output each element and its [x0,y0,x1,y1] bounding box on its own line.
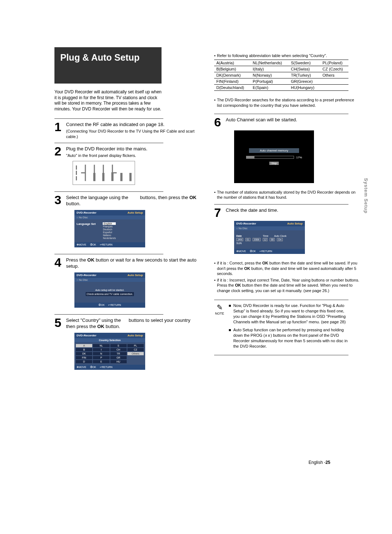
seg-text: ┆┤╽╽┟╻╻ [72,165,135,181]
date-label: Date [236,235,244,237]
ct-cell: HU(Hungary) [289,85,320,91]
bullet-correct: •if it is : Correct, press the OK button… [214,260,359,276]
step-number: 7 [214,207,223,218]
ok-label: OK [97,324,105,329]
stop-button: Stop [269,162,279,165]
cc: D [76,360,92,363]
osd-message: Auto setup will be started. [77,288,143,292]
step-number: 1 [54,122,63,139]
separator [54,254,163,254]
front-panel-display: ┆┤╽╽┟╻╻ [73,161,135,185]
ct-cell [320,85,348,91]
osd-title-right: Auto Setup [127,211,143,214]
bullet-text: •The number of stations automatically st… [214,190,359,200]
osd-language: DVD-RecorderAuto Setup ○ No Disc Languag… [74,210,145,247]
step-text [122,317,129,323]
ct-cell: B(Belgium) [214,66,250,72]
ct-cell: TR(Turkey) [289,72,320,78]
step-6: 6 Auto Channel scan will be started. [214,117,359,128]
cc: E [93,360,109,363]
osd-option: Nederlands [103,237,116,239]
ct-cell: GR(Greece) [289,78,320,85]
note-icon: ✎NOTE [214,303,225,352]
osd-title: DVD-Recorder [236,222,256,225]
intro-text: Your DVD Recorder will automatically set… [54,89,163,112]
separator [54,314,163,315]
osd-title-right: Auto Setup [127,274,143,277]
left-column: Plug & Auto Setup Your DVD Recorder will… [54,47,200,370]
autoclock-label: Auto Clock [274,235,286,237]
ct-cell: CZ (Czech) [320,66,348,72]
note-item: ■Now, DVD Recorder is ready for use. Fun… [229,303,348,324]
step-text: Connect the RF cable as indicated on pag… [66,122,164,127]
updown-icon: ∧∨ [265,333,270,337]
osd-foot-item: ↩RETURN [100,243,113,246]
step-7: 7 Check the date and time. [214,207,359,218]
ct-cell: CH(Swiss) [289,66,320,72]
osd-title: DVD-Recorder [77,274,97,277]
step-text: Select "Country" using the [66,317,121,323]
step-number: 6 [214,117,223,128]
osd-option: Italiano [103,234,116,236]
ct-cell: D(Deutschland) [214,85,250,91]
scan-header: Auto channel memory [249,148,299,153]
step-text: Check the date and time. [226,207,278,213]
osd-country: DVD-RecorderAuto Setup Country Selection… [74,333,145,370]
bullet-text: •The DVD Recorder searches for the stati… [214,97,359,108]
step-text: buttons, then press the [140,195,189,200]
ct-cell: DK(Denmark) [214,72,250,78]
country-abbrev-table: A(Austria)NL(Netherlands)S(Sweden)PL(Pol… [214,60,348,91]
osd-label: Language Set [77,222,95,226]
time-label: Time [263,235,268,237]
ct-cell: A(Austria) [214,60,250,66]
ct-cell: I(Italy) [250,66,289,72]
cc: A [76,344,92,347]
month-box: JAN [236,238,243,241]
osd-foot-item: ✥MOVE [236,250,246,253]
ok-label: OK [87,257,95,263]
ok-label: OK [189,195,197,200]
bullet-text: •Refer to following abbreviation table w… [214,53,359,58]
cc: CZ [127,348,144,351]
step-5: 5 Select "Country" using the buttons to … [54,317,200,330]
step-4: 4 Press the OK button or wait for a few … [54,257,200,270]
progress-bar [246,156,294,159]
osd-foot-item: ⦿OK [98,304,105,307]
right-column: •Refer to following abbreviation table w… [214,47,359,370]
cc: PL [127,344,144,347]
cc: S [110,344,127,347]
step-number: 5 [54,317,63,330]
osd-subtitle: ○ No Disc [74,215,145,219]
osd-foot-item: ✥MOVE [77,366,86,369]
osd-foot-item: ⦿OK [250,250,256,253]
osd-foot-item: ⦿OK [90,243,96,246]
osd-title-right: Auto Setup [127,334,143,337]
dow: SUN [236,242,242,244]
osd-option: English [103,222,116,225]
cc: N [93,352,109,355]
hr-box: 12 [263,238,268,241]
separator [54,143,163,143]
separator [214,114,348,114]
osd-country-header: Country Selection [74,338,145,343]
step-text: Select the language using the [66,195,128,200]
step-text: button. [66,201,81,206]
step-number: 2 [54,146,63,158]
cc: TR [110,352,127,355]
osd-option: Español [103,231,116,234]
osd-foot-item: ↩RETURN [108,304,121,307]
hero-title: Plug & Auto Setup [54,47,162,84]
year-box: 2006 [253,238,261,241]
ct-cell: S(Sweden) [289,60,320,66]
osd-foot-item: ↩RETURN [260,250,272,253]
step-number: 4 [54,257,63,270]
cc: GR [110,356,127,359]
step-subtext: "Auto" in the front panel display flicke… [66,153,200,158]
cc: HU [110,360,127,363]
step-text: Plug the DVD Recorder into the mains. [66,146,147,151]
cc: FIN [76,356,92,359]
cc: Others [127,352,144,355]
bullet-incorrect: •if it is : Incorrect, input correct Tim… [214,278,359,293]
osd-datetime: DVD-RecorderAuto Setup ○ No Disc Date Ti… [234,221,305,254]
osd-option: Français [103,225,116,228]
